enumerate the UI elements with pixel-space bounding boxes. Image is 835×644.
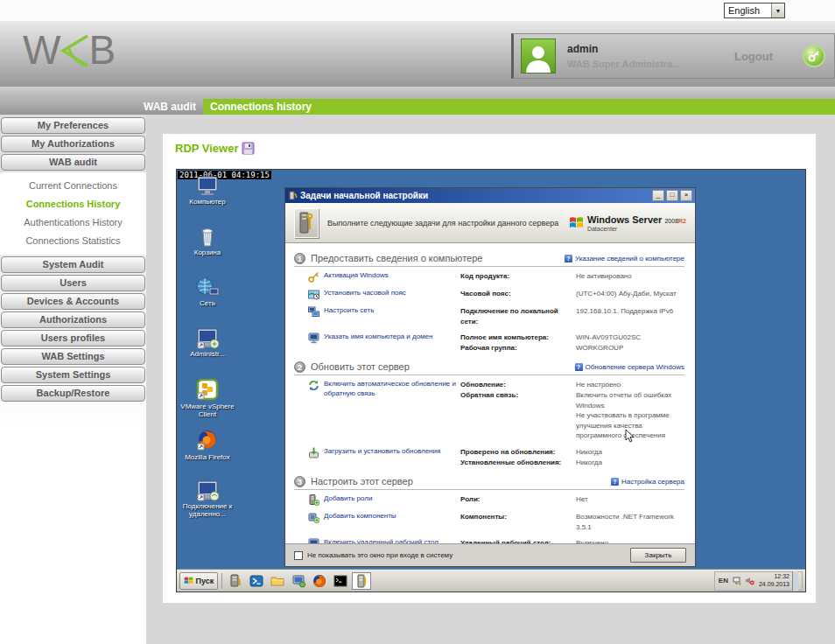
start-button[interactable]: Пуск	[179, 572, 218, 590]
taskbar-icon-server-manager[interactable]	[226, 572, 245, 590]
icw-action-link[interactable]: Указать имя компьютера и домен	[308, 332, 457, 353]
window-subtitle: Выполните следующие задачи для настройки…	[327, 219, 558, 228]
row-value: Не активировано	[576, 271, 684, 282]
language-select-value: English	[725, 5, 771, 16]
taskbar-icon-firefox-task[interactable]	[310, 572, 329, 590]
taskbar-icon-config-tasks[interactable]	[352, 572, 371, 590]
icw-action-link[interactable]: Добавить роли	[308, 494, 457, 506]
desktop-icons: КомпьютерКорзинаСетьAdministr...VMware v…	[180, 176, 235, 531]
icw-action-link[interactable]: Включить удаленный рабочий стол	[308, 538, 457, 543]
desktop-icon-network[interactable]: Сеть	[180, 277, 235, 321]
desktop-icon-recycle-bin[interactable]: Корзина	[180, 227, 235, 270]
show-desktop-button[interactable]	[792, 571, 798, 591]
system-tray[interactable]: EN 12:32 24.09.2013	[714, 571, 803, 591]
user-panel: admin WAB Super Administra... Logout	[511, 33, 835, 79]
taskbar-icon-explorer[interactable]	[268, 572, 287, 590]
desktop-icon-computer[interactable]: Компьютер	[180, 176, 235, 220]
icw-row: Загрузить и установить обновленияПровере…	[308, 447, 684, 467]
row-value: Возможности .NET Framework 3.5.1	[576, 512, 684, 532]
chevron-down-icon[interactable]: ▼	[771, 4, 784, 18]
window-titlebar[interactable]: Задачи начальной настройки _ □ ×	[285, 188, 695, 203]
row-label: Полное имя компьютера:	[460, 332, 572, 343]
logo-letter-w: W	[23, 30, 60, 70]
desktop-icon-vmware[interactable]: VMware vSphere Client	[180, 379, 235, 423]
desktop-icon-label: VMware vSphere Client	[180, 402, 235, 418]
tray-clock[interactable]: 12:32 24.09.2013	[759, 573, 789, 589]
icw-section-2: 2Обновить этот серверОбновление сервера …	[294, 359, 684, 467]
row-value: (UTC+04:00) Абу-Даби, Мускат	[576, 289, 684, 299]
page-title: RDP Viewer	[175, 142, 239, 155]
icw-row: Включить автоматическое обновление и обр…	[308, 380, 684, 441]
main-panel: RDP Viewer 2011-06-01 04:19:15 Компьютер…	[162, 133, 817, 604]
brand-edition: Datacenter	[587, 226, 686, 232]
taskbar: Пуск EN 12:32 24.09.2013	[177, 569, 805, 592]
taskbar-icon-powershell[interactable]	[247, 572, 266, 590]
brand-release: R2	[678, 218, 686, 224]
icw-action-link[interactable]: Настроить сеть	[308, 306, 457, 326]
section-help-link[interactable]: Обновление сервера Windows	[575, 363, 685, 371]
icw-row: Установить часовой поясЧасовой пояс:(UTC…	[308, 289, 684, 300]
window-footer: Не показывать это окно при входе в систе…	[285, 543, 695, 566]
desktop-icon-label: Administr...	[190, 350, 225, 358]
section-help-link[interactable]: Указание сведений о компьютере	[565, 255, 684, 262]
sidebar-item-wab-settings[interactable]: WAB Settings	[1, 348, 145, 365]
tray-volume-icon[interactable]	[745, 576, 754, 585]
sidebar-item-wab-audit[interactable]: WAB audit	[1, 154, 145, 171]
dont-show-checkbox[interactable]	[294, 551, 303, 560]
logo-eye-icon	[58, 32, 91, 69]
icw-action-link[interactable]: Загрузить и установить обновления	[308, 447, 457, 467]
section-number-badge: 2	[294, 361, 305, 373]
sidebar-item-my-authorizations[interactable]: My Authorizations	[1, 136, 145, 152]
help-icon	[611, 478, 619, 486]
desktop-icon-firefox[interactable]: Mozilla Firefox	[180, 430, 235, 473]
breadcrumb: WAB audit Connections history	[0, 99, 835, 115]
save-icon[interactable]	[242, 142, 255, 155]
sidebar-item-users[interactable]: Users	[1, 275, 145, 291]
sidebar-item-system-settings[interactable]: System Settings	[1, 367, 145, 383]
section-help-link[interactable]: Настройка сервера	[611, 478, 684, 486]
breadcrumb-section[interactable]: WAB audit	[0, 99, 203, 115]
section-number-badge: 1	[294, 253, 305, 264]
desktop-icon-admin-shortcut[interactable]: Administr...	[180, 328, 235, 372]
close-window-button[interactable]: Закрыть	[630, 548, 686, 563]
icw-row: Включить удаленный рабочий столУдаленный…	[308, 538, 684, 543]
desktop-icon-label: Корзина	[194, 248, 221, 256]
section-title: Настроить этот сервер	[311, 476, 413, 486]
sidebar-subitem-connections-statistics[interactable]: Connections Statistics	[0, 232, 146, 250]
language-select[interactable]: English ▼	[724, 3, 785, 18]
tray-language[interactable]: EN	[719, 577, 728, 584]
taskbar-icon-cmd[interactable]	[331, 572, 350, 590]
user-role: WAB Super Administra...	[567, 59, 680, 69]
sidebar-subitem-authentications-history[interactable]: Authentications History	[0, 214, 146, 232]
icw-row: Настроить сетьПодключение по локальной с…	[308, 306, 684, 326]
row-value: Не участвовать в программе улучшения кач…	[576, 410, 684, 441]
icw-action-link[interactable]: Активация Windows	[308, 271, 457, 283]
row-label: Обновление:	[460, 380, 572, 390]
taskbar-icon-network-places[interactable]	[289, 572, 308, 590]
avatar	[521, 38, 556, 74]
tray-network-icon[interactable]	[733, 576, 742, 585]
logout-link[interactable]: Logout	[734, 50, 773, 63]
row-value: Никогда	[576, 447, 684, 458]
sidebar-item-backup-restore[interactable]: Backup/Restore	[1, 385, 145, 402]
row-value: 192.168.10.1, Поддержка IPv6	[576, 306, 684, 317]
desktop-icon-remote-desktop[interactable]: Подключение к удаленно...	[180, 480, 235, 524]
minimize-button[interactable]: _	[652, 190, 664, 201]
sidebar-item-users-profiles[interactable]: Users profiles	[1, 330, 145, 346]
logo-letter-b: B	[88, 30, 116, 70]
maximize-button[interactable]: □	[666, 190, 678, 201]
key-button[interactable]	[803, 45, 825, 67]
icw-action-link[interactable]: Включить автоматическое обновление и обр…	[308, 380, 457, 441]
tray-date: 24.09.2013	[759, 581, 789, 589]
rdp-screen[interactable]: 2011-06-01 04:19:15 КомпьютерКорзинаСеть…	[176, 169, 806, 592]
icw-action-link[interactable]: Добавить компоненты	[308, 512, 457, 532]
icw-action-link[interactable]: Установить часовой пояс	[308, 289, 457, 300]
sidebar-subitem-current-connections[interactable]: Current Connections	[0, 177, 146, 195]
sidebar-item-devices-accounts[interactable]: Devices & Accounts	[1, 293, 145, 310]
sidebar-item-my-preferences[interactable]: My Preferences	[1, 117, 145, 134]
sidebar-subitem-connections-history[interactable]: Connections History	[0, 195, 146, 214]
close-icon[interactable]: ×	[680, 190, 692, 201]
sidebar-item-authorizations[interactable]: Authorizations	[1, 312, 145, 328]
sidebar-item-system-audit[interactable]: System Audit	[1, 256, 145, 273]
section-title: Предоставить сведения о компьютере	[311, 253, 482, 263]
